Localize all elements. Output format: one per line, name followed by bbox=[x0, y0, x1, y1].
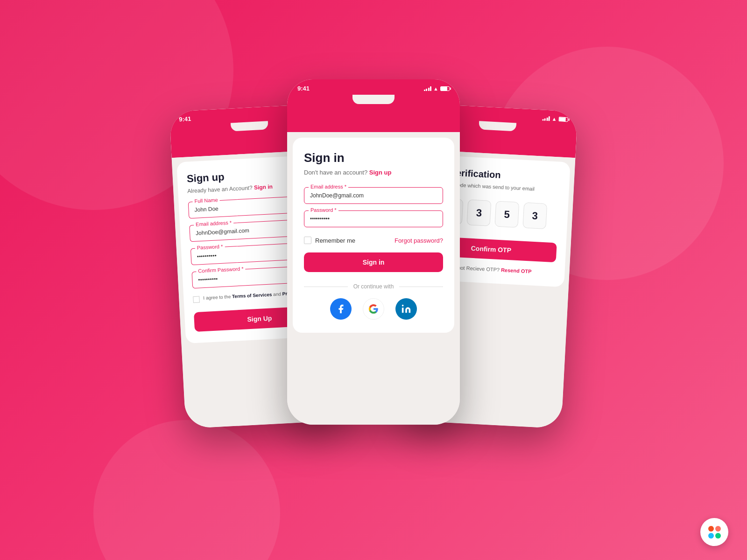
signin-card: Sign in Don't have an account? Sign up E… bbox=[293, 138, 454, 333]
signin-title: Sign in bbox=[304, 151, 443, 165]
status-icons-right: ▲ bbox=[542, 115, 568, 122]
signup-link-center[interactable]: Sign up bbox=[369, 169, 392, 176]
remember-checkbox[interactable] bbox=[304, 237, 311, 244]
signin-link[interactable]: Sign in bbox=[254, 183, 273, 191]
battery-icon-center bbox=[440, 86, 450, 91]
figma-badge bbox=[700, 518, 728, 546]
figma-dot-1 bbox=[708, 526, 714, 532]
social-icons-row bbox=[304, 298, 443, 320]
remember-forgot-row: Remember me Forgot password? bbox=[304, 237, 443, 244]
otp-digit-4[interactable]: 3 bbox=[522, 203, 547, 230]
figma-logo bbox=[707, 525, 722, 539]
wifi-icon-right: ▲ bbox=[552, 116, 557, 122]
svg-point-0 bbox=[402, 305, 404, 307]
time-center: 9:41 bbox=[297, 85, 310, 92]
status-icons-center: ▲ bbox=[424, 86, 450, 91]
phone-center-content: Sign in Don't have an account? Sign up E… bbox=[287, 132, 460, 425]
notch-center bbox=[297, 95, 450, 104]
phone-signin: 9:41 ▲ bbox=[287, 79, 460, 425]
resend-link[interactable]: Resend OTP bbox=[501, 267, 532, 274]
email-group-signin: Email address * bbox=[304, 187, 443, 204]
linkedin-icon bbox=[401, 304, 411, 314]
linkedin-button[interactable] bbox=[395, 298, 417, 320]
facebook-icon bbox=[336, 304, 346, 314]
divider-row: Or continue with bbox=[304, 283, 443, 290]
google-button[interactable] bbox=[363, 298, 384, 320]
figma-dot-3 bbox=[708, 533, 714, 539]
google-icon bbox=[368, 304, 379, 314]
terms-link[interactable]: Terms of Services bbox=[232, 292, 272, 299]
signal-icon-center bbox=[424, 86, 432, 91]
otp-digit-2[interactable]: 3 bbox=[467, 199, 492, 226]
battery-icon-right bbox=[558, 117, 568, 122]
signin-button[interactable]: Sign in bbox=[304, 252, 443, 272]
password-label-signin: Password * bbox=[309, 207, 338, 213]
figma-dot-4 bbox=[715, 533, 721, 539]
time-left: 9:41 bbox=[179, 115, 191, 123]
remember-me-group: Remember me bbox=[304, 237, 355, 244]
divider-text: Or continue with bbox=[353, 283, 394, 290]
divider-left bbox=[304, 287, 348, 287]
signal-icon-right bbox=[542, 116, 550, 121]
email-input-signin[interactable] bbox=[304, 187, 443, 204]
divider-right bbox=[399, 287, 443, 287]
figma-dot-2 bbox=[715, 526, 721, 532]
terms-checkbox[interactable] bbox=[193, 296, 200, 303]
otp-digit-3[interactable]: 5 bbox=[494, 201, 519, 228]
email-label-signin: Email address * bbox=[309, 184, 348, 189]
status-bar-center: 9:41 ▲ bbox=[297, 85, 450, 92]
phones-container: 9:41 ▲ bbox=[163, 70, 584, 490]
forgot-password-link[interactable]: Forgot password? bbox=[395, 237, 443, 244]
remember-label: Remember me bbox=[315, 237, 355, 244]
wifi-icon-center: ▲ bbox=[433, 86, 438, 91]
password-group-signin: Password * bbox=[304, 210, 443, 227]
signin-subtitle: Don't have an account? Sign up bbox=[304, 169, 443, 176]
password-input-signin[interactable] bbox=[304, 210, 443, 227]
facebook-button[interactable] bbox=[330, 298, 352, 320]
phone-center-header: 9:41 ▲ bbox=[287, 79, 460, 132]
